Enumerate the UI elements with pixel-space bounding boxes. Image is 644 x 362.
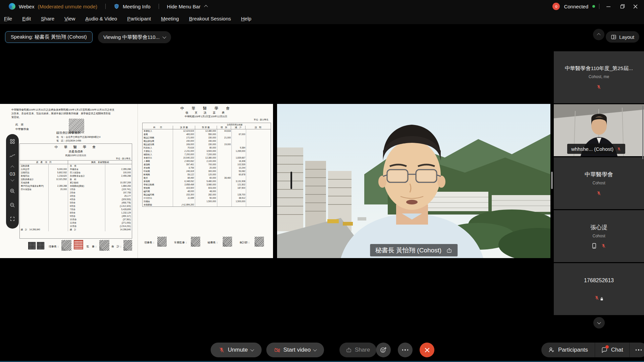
share-pop-icon[interactable] [446,247,452,253]
panel-scrollbar[interactable] [642,106,643,159]
letter-salute: 此 致 [15,123,23,126]
page-down-icon[interactable] [10,178,14,181]
participant-tile-2[interactable]: whhshe... (Cohost) [554,104,644,156]
speaking-indicator: Speaking: 秘書長 黃怡翔 (Cohost) [5,31,93,43]
document-toolbar: 03 [6,134,19,229]
is-h5: 說 明 [245,126,271,129]
scroll-participants-button[interactable] [593,317,605,328]
signature-stamp-3 [123,240,132,251]
start-video-label: Start video [283,347,311,353]
titlebar-separator2 [159,4,159,9]
minimize-button[interactable] [603,4,613,9]
balance-sheet-rows: 流動資產負 債台庫定存5,000,000準備基金2,355,288活期存款5,8… [20,164,132,231]
firm-name: 鋑欣會計師事務所 [56,131,80,135]
menu-breakout-sessions[interactable]: Breakout Sessions [189,16,231,21]
is-stamp-label-1: 理事長： [144,241,155,244]
share-label: Share [355,347,370,353]
window-titlebar: Webex (Moderated unmute mode) Meeting In… [0,0,644,13]
menu-audio-video[interactable]: Audio & Video [85,16,117,21]
menu-view[interactable]: View [64,16,75,21]
left-resize-handle[interactable] [290,172,292,189]
participants-label: Participants [558,347,588,353]
more-options-icon [402,349,409,351]
leave-meeting-button[interactable] [420,343,434,357]
chat-button[interactable]: Chat [595,343,629,357]
signature-stamp-2 [99,240,109,251]
page-split [138,104,138,258]
menu-edit[interactable]: Edit [22,16,31,21]
reactions-button[interactable] [376,343,391,357]
balance-sheet: 中 華 醫 學 會 資產負債表 民國109年12月31日 單位：新台幣元 資 產… [19,143,132,239]
more-controls-button[interactable] [398,343,413,357]
speaker-video-frame [277,104,550,258]
collapse-panel-button[interactable] [593,29,604,40]
share-button[interactable]: Share [339,343,376,357]
right-resize-handle[interactable] [551,172,553,189]
more-panels-button[interactable] [630,343,644,357]
avatar-letter: o [555,4,557,9]
shared-document: 中華醫學會民國109年12月31日之資產負債表暨民國109年1月1日至民國109… [0,104,273,258]
qr-code-2 [37,242,44,249]
avatar[interactable]: o [552,3,560,10]
video-options-chevron[interactable] [313,348,317,351]
mic-muted-icon [594,295,599,300]
page-up-icon[interactable] [10,166,14,169]
menu-share[interactable]: Share [41,16,54,21]
menu-file[interactable]: File [4,16,12,21]
zoom-out-icon[interactable] [9,202,15,208]
participant-tile-4[interactable]: 張心湜 Cohost [554,210,644,262]
shield-icon [114,3,119,9]
panel-buttons-group: Participants Chat [541,343,644,357]
fullscreen-icon[interactable] [10,216,15,222]
unmute-options-chevron[interactable] [250,348,254,351]
participant-name: 1768252613 [584,278,614,284]
mic-muted-icon [601,243,606,248]
viewing-dropdown[interactable]: Viewing 中華醫學會110... [98,31,171,43]
maximize-button[interactable] [618,4,628,9]
stamp-label-2: 監 事： [87,245,97,248]
chat-notification-dot [605,345,609,349]
participant-video-label: whhshe... (Cohost) [567,144,625,154]
participant-tile-5[interactable]: 1768252613 [554,263,644,315]
zoom-in-icon[interactable] [9,188,15,194]
camera-off-icon [274,347,280,353]
is-title: 收 支 決 算 表 [139,111,273,115]
stamp-label-1: 理事長： [49,245,59,248]
is-org: 中 華 醫 學 會 [139,106,273,111]
bs-col-left: 資 產 項 目 [20,161,68,164]
titlebar-separator3 [599,4,599,9]
firm-phone: 電 話：(02)2834-1456 [56,139,81,142]
menu-help[interactable]: Help [241,16,252,21]
participants-button[interactable]: Participants [541,343,595,357]
layout-button[interactable]: Layout [606,31,639,43]
participant-name: 張心湜 [590,224,607,231]
annotate-icon[interactable] [9,154,15,158]
unmute-button[interactable]: Unmute [211,343,262,357]
layout-label: Layout [619,34,634,40]
participant-tile-3[interactable]: 中華醫學會 Cohost [554,157,644,209]
meeting-info-button[interactable]: Meeting Info [123,4,151,9]
menu-meeting[interactable]: Meeting [161,16,179,21]
participant-tile-1[interactable]: 中華醫學會110年度_第25屆... Cohost, me [554,51,644,103]
participant-name: 中華醫學會110年度_第25屆... [565,65,633,72]
hide-menu-bar-button[interactable]: Hide Menu Bar [167,4,201,9]
chat-icon [601,347,608,353]
close-button[interactable] [632,4,639,9]
share-icon [346,347,352,353]
is-compare-group: 決算與預算比較數 [227,123,243,126]
participant-role: Cohost, me [589,74,609,79]
participant-name: whhshe... (Cohost) [571,146,613,152]
page-number: 03 [10,171,15,177]
mic-muted-icon [596,84,601,89]
menu-participant[interactable]: Participant [127,16,151,21]
is-h0: 科 目 [143,126,173,129]
main-video: 秘書長 黃怡翔 (Cohost) [277,104,550,258]
titlebar-separator [105,4,106,9]
phone-device-icon [592,243,596,249]
close-x-icon [424,347,430,353]
connected-dot [592,5,595,8]
chevron-up-icon[interactable] [204,5,208,9]
start-video-button[interactable]: Start video [266,343,324,357]
thumbnails-icon[interactable] [10,139,15,144]
participant-role: Cohost [592,181,605,185]
